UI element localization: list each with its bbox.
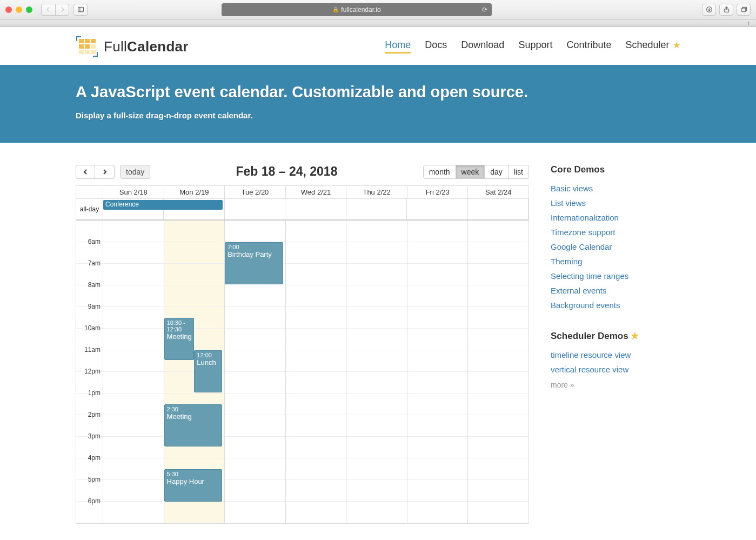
minimize-window-icon[interactable]: [16, 6, 22, 13]
nav-item-scheduler[interactable]: Scheduler ★: [625, 39, 680, 54]
nav-item-home[interactable]: Home: [385, 39, 411, 54]
sidebar-link[interactable]: timeline resource view: [551, 350, 631, 359]
day-header[interactable]: Sun 2/18: [103, 186, 164, 198]
view-week-button[interactable]: week: [456, 165, 485, 179]
new-tab-button[interactable]: +: [745, 20, 753, 26]
view-day-button[interactable]: day: [485, 165, 509, 179]
nav-item-contribute[interactable]: Contribute: [566, 39, 611, 54]
time-label: 3pm: [88, 432, 101, 440]
logo[interactable]: FullCalendar: [76, 36, 189, 57]
view-list-button[interactable]: list: [509, 165, 529, 179]
day-column[interactable]: [468, 221, 528, 523]
day-column[interactable]: [103, 221, 164, 523]
allday-cell[interactable]: [407, 199, 467, 219]
calendar-event[interactable]: 2:30Meeting: [164, 404, 223, 446]
today-button[interactable]: today: [120, 165, 150, 179]
calendar-event[interactable]: 10:30 - 12:30Meeting: [164, 318, 195, 360]
prev-button[interactable]: [76, 165, 95, 179]
time-label: 4pm: [88, 454, 101, 462]
hero-banner: A JavaScript event calendar. Customizabl…: [0, 65, 756, 143]
time-label: 8am: [88, 281, 101, 289]
day-column[interactable]: [346, 221, 407, 523]
hero-subhead: Display a full-size drag-n-drop event ca…: [76, 111, 680, 120]
reload-icon[interactable]: ⟳: [482, 6, 487, 14]
browser-forward-button[interactable]: [55, 4, 69, 16]
sidebar-link[interactable]: Basic views: [551, 184, 593, 193]
url-text: fullcalendar.io: [341, 6, 380, 14]
svg-rect-12: [85, 50, 90, 54]
time-label: 2pm: [88, 411, 101, 418]
sidebar-link[interactable]: Background events: [551, 301, 620, 310]
star-icon: ★: [631, 331, 639, 341]
calendar-event[interactable]: 5:30Happy Hour: [164, 469, 223, 502]
event-time: 2:30: [167, 406, 220, 412]
nav-item-support[interactable]: Support: [518, 39, 552, 54]
svg-rect-11: [79, 50, 84, 54]
downloads-button[interactable]: [702, 4, 716, 16]
calendar-event[interactable]: 12:00Lunch: [194, 350, 222, 392]
sidebar-link[interactable]: Selecting time ranges: [551, 271, 628, 281]
day-header[interactable]: Sat 2/24: [468, 186, 528, 198]
day-header[interactable]: Fri 2/23: [407, 186, 469, 198]
star-icon: ★: [671, 41, 680, 50]
calendar-toolbar: today Feb 18 – 24, 2018 monthweekdaylist: [76, 164, 529, 179]
event-title: Happy Hour: [167, 477, 220, 485]
header-axis-cell: [76, 186, 103, 198]
sidebar-link[interactable]: Google Calendar: [551, 242, 612, 251]
sidebar-link[interactable]: Timezone support: [551, 228, 615, 237]
browser-back-button[interactable]: [41, 4, 55, 16]
browser-chrome: 🔒 fullcalendar.io ⟳: [0, 0, 756, 19]
svg-rect-13: [91, 50, 96, 54]
day-column[interactable]: 10:30 - 12:30Meeting12:00Lunch2:30Meetin…: [164, 221, 225, 523]
day-column[interactable]: 7:00Birthday Party: [225, 221, 286, 523]
event-time: 12:00: [197, 352, 219, 358]
day-column[interactable]: [286, 221, 347, 523]
day-column[interactable]: [407, 221, 469, 523]
svg-rect-0: [78, 7, 83, 11]
more-link[interactable]: more »: [551, 381, 680, 389]
event-title: Meeting: [167, 412, 220, 421]
day-header[interactable]: Tue 2/20: [225, 186, 286, 198]
time-label: 12pm: [84, 368, 101, 375]
close-window-icon[interactable]: [5, 6, 12, 13]
time-label: 11am: [84, 346, 101, 354]
core-demos-heading: Core Demos: [551, 164, 680, 175]
day-header[interactable]: Wed 2/21: [286, 186, 347, 198]
sidebar-link[interactable]: External events: [551, 286, 606, 295]
time-body: 10:30 - 12:30Meeting12:00Lunch2:30Meetin…: [103, 221, 528, 523]
next-button[interactable]: [95, 165, 115, 179]
day-header[interactable]: Thu 2/22: [346, 186, 407, 198]
browser-address-bar[interactable]: 🔒 fullcalendar.io ⟳: [222, 3, 492, 16]
allday-cell[interactable]: [468, 199, 528, 219]
time-label: 9am: [88, 303, 101, 310]
site-header: FullCalendar HomeDocsDownloadSupportCont…: [0, 27, 756, 65]
tab-strip: +: [0, 19, 756, 27]
tabs-button[interactable]: [737, 4, 751, 16]
svg-rect-5: [79, 39, 84, 43]
allday-event[interactable]: Conference: [103, 200, 223, 210]
view-switcher: monthweekdaylist: [423, 165, 529, 179]
nav-item-docs[interactable]: Docs: [425, 39, 447, 54]
sidebar-link[interactable]: vertical resource view: [551, 365, 628, 374]
time-grid: 6am7am8am9am10am11am12pm1pm2pm3pm4pm5pm6…: [76, 221, 528, 523]
calendar-header-row: Sun 2/18Mon 2/19Tue 2/20Wed 2/21Thu 2/22…: [76, 186, 528, 199]
maximize-window-icon[interactable]: [26, 6, 32, 13]
svg-rect-10: [91, 44, 96, 49]
share-button[interactable]: [719, 4, 733, 16]
browser-nav-group: [41, 4, 69, 16]
allday-row: all-day Conference: [76, 199, 528, 221]
allday-cell[interactable]: [285, 199, 346, 219]
allday-cell[interactable]: [225, 199, 285, 219]
logo-text: FullCalendar: [104, 38, 189, 55]
calendar-event[interactable]: 7:00Birthday Party: [225, 242, 283, 284]
sidebar-link[interactable]: Theming: [551, 257, 582, 266]
nav-arrows: [76, 165, 115, 179]
nav-item-download[interactable]: Download: [461, 39, 504, 54]
day-header[interactable]: Mon 2/19: [164, 186, 225, 198]
view-month-button[interactable]: month: [423, 165, 456, 179]
sidebar-link[interactable]: Internationalization: [551, 213, 619, 222]
allday-label: all-day: [76, 199, 103, 219]
sidebar-link[interactable]: List views: [551, 198, 586, 208]
allday-cell[interactable]: [346, 199, 407, 219]
browser-sidebar-button[interactable]: [73, 4, 88, 16]
